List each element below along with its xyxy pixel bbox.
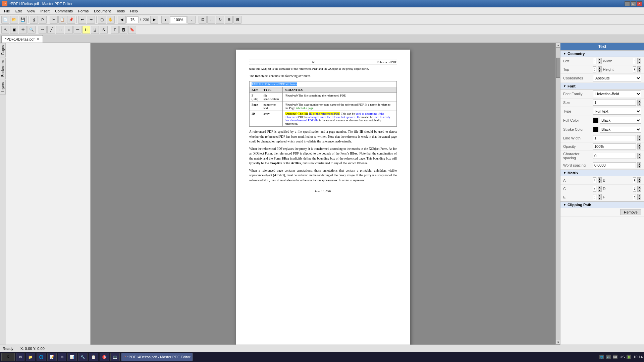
menu-comments[interactable]: Comments xyxy=(52,8,75,14)
font-family-select[interactable]: Helvetica-Bold xyxy=(593,90,641,97)
stamp-tool[interactable]: 🔖 xyxy=(128,26,136,34)
tab-close-icon[interactable]: ✕ xyxy=(37,37,39,41)
d-value-box[interactable] xyxy=(633,186,636,192)
menu-edit[interactable]: Edit xyxy=(13,8,24,14)
bookmarks-tab[interactable]: Bookmarks xyxy=(0,58,6,79)
height-spin-up[interactable]: ▲ xyxy=(637,66,641,69)
taskbar-app-browser[interactable]: 🌐 xyxy=(37,353,46,361)
document-tab[interactable]: *PDF14Deltas.pdf ✕ xyxy=(1,35,43,43)
paste-btn[interactable]: 📌 xyxy=(67,16,75,24)
charspacing-input[interactable] xyxy=(594,154,635,158)
wordspacing-input[interactable] xyxy=(594,163,635,167)
select-tool[interactable]: ▣ xyxy=(10,26,18,34)
minimize-button[interactable]: ─ xyxy=(625,1,630,6)
linewidth-input[interactable] xyxy=(594,136,635,140)
f-spin-down[interactable]: ▼ xyxy=(637,197,641,200)
opacity-input[interactable] xyxy=(594,144,635,148)
taskbar-pdf-editor[interactable]: P *PDF14Deltas.pdf - Master PDF Editor xyxy=(121,353,193,361)
fullcolor-swatch[interactable] xyxy=(593,118,598,123)
strikeout-tool[interactable]: S xyxy=(100,26,108,34)
width-spin-up[interactable]: ▲ xyxy=(637,58,641,61)
linewidth-value-box[interactable] xyxy=(593,135,636,141)
save-btn[interactable]: 💾 xyxy=(19,16,27,24)
lw-spin-down[interactable]: ▼ xyxy=(637,138,641,141)
width-spin-down[interactable]: ▼ xyxy=(637,61,641,64)
new-btn[interactable]: 📄 xyxy=(1,16,9,24)
cs-spin-up[interactable]: ▲ xyxy=(637,153,641,156)
b-input[interactable] xyxy=(634,178,635,182)
menu-view[interactable]: View xyxy=(24,8,38,14)
c-spin-down[interactable]: ▼ xyxy=(598,189,602,192)
f-input[interactable] xyxy=(634,195,635,199)
a-value-box[interactable] xyxy=(593,177,596,183)
taskbar-app-settings[interactable]: ⚙ xyxy=(58,353,66,361)
scroll-up-btn[interactable]: ▲ xyxy=(556,43,560,48)
next-page-btn[interactable]: ▶ xyxy=(150,16,158,24)
size-spin-up[interactable]: ▲ xyxy=(637,100,641,103)
menu-tools[interactable]: Tools xyxy=(113,8,127,14)
taskbar-app-target[interactable]: 🎯 xyxy=(100,353,109,361)
grid-btn[interactable]: ⊟ xyxy=(233,16,241,24)
copy-btn[interactable]: 📋 xyxy=(58,16,66,24)
d-spin-down[interactable]: ▼ xyxy=(637,189,641,192)
e-input[interactable] xyxy=(594,195,595,199)
width-value-box[interactable] xyxy=(633,58,636,64)
rect-tool[interactable]: □ xyxy=(56,26,64,34)
ellipse-tool[interactable]: ○ xyxy=(65,26,73,34)
fullcolor-select[interactable]: Black xyxy=(600,117,641,124)
opacity-value-box[interactable] xyxy=(593,143,636,149)
taskbar-app-clipboard[interactable]: 📋 xyxy=(89,353,98,361)
fit-width-btn[interactable]: ↔ xyxy=(207,16,215,24)
stroke-swatch[interactable] xyxy=(593,127,598,132)
arrow-tool[interactable]: ↖ xyxy=(1,26,9,34)
op-spin-up[interactable]: ▲ xyxy=(637,143,641,146)
zoom-in-btn[interactable]: + xyxy=(161,16,169,24)
taskbar-app-text[interactable]: 📝 xyxy=(47,353,57,361)
c-spin-up[interactable]: ▲ xyxy=(598,186,602,189)
type-select[interactable]: Full text xyxy=(593,108,641,115)
menu-forms[interactable]: Forms xyxy=(75,8,91,14)
print-btn[interactable]: 🖨 xyxy=(30,16,38,24)
size-input[interactable] xyxy=(594,101,635,105)
wordspacing-value-box[interactable] xyxy=(593,162,636,168)
start-button[interactable]: K xyxy=(1,353,15,361)
maximize-button[interactable]: □ xyxy=(631,1,636,6)
height-value-box[interactable] xyxy=(633,66,636,72)
line-tool[interactable]: ╱ xyxy=(47,26,55,34)
d-spin-up[interactable]: ▲ xyxy=(637,186,641,189)
b-spin-up[interactable]: ▲ xyxy=(637,177,641,180)
menu-document[interactable]: Document xyxy=(91,8,113,14)
e-spin-down[interactable]: ▼ xyxy=(598,197,602,200)
d-input[interactable] xyxy=(634,187,635,191)
a-spin-down[interactable]: ▼ xyxy=(598,180,602,183)
close-button[interactable]: ✕ xyxy=(637,1,642,6)
size-spin-down[interactable]: ▼ xyxy=(637,103,641,106)
f-spin-up[interactable]: ▲ xyxy=(637,194,641,197)
taskbar-app-files[interactable]: 🖥 xyxy=(16,353,24,361)
pdf-btn[interactable]: P xyxy=(39,16,47,24)
zoom-tool[interactable]: 🔍 xyxy=(28,26,36,34)
top-spin-down[interactable]: ▼ xyxy=(598,69,602,72)
taskbar-app-tool[interactable]: 🔧 xyxy=(78,353,88,361)
charspacing-value-box[interactable] xyxy=(593,153,636,159)
a-input[interactable] xyxy=(594,178,595,182)
zoom-out-btn[interactable]: - xyxy=(187,16,196,24)
lw-spin-up[interactable]: ▲ xyxy=(637,135,641,138)
zoom-input[interactable]: 100% xyxy=(170,16,187,23)
taskbar-app-calc[interactable]: 📊 xyxy=(67,353,77,361)
size-value-box[interactable] xyxy=(593,100,636,106)
left-spin-down[interactable]: ▼ xyxy=(598,61,602,64)
left-spin-up[interactable]: ▲ xyxy=(598,58,602,61)
text-tool[interactable]: T xyxy=(111,26,119,34)
underline-tool[interactable]: U xyxy=(91,26,99,34)
menu-file[interactable]: File xyxy=(1,8,13,14)
pages-tab[interactable]: Pages xyxy=(0,43,6,57)
scroll-track[interactable] xyxy=(556,48,560,340)
menu-help[interactable]: Help xyxy=(127,8,141,14)
page-number-input[interactable]: 76 xyxy=(126,16,139,23)
pdf-area[interactable]: 1 68 Referenced PDF tains this XObject i… xyxy=(91,43,555,345)
e-value-box[interactable] xyxy=(593,194,596,200)
left-value-box[interactable] xyxy=(593,58,596,64)
hand-btn[interactable]: ✋ xyxy=(107,16,115,24)
move-tool[interactable]: ✢ xyxy=(19,26,27,34)
